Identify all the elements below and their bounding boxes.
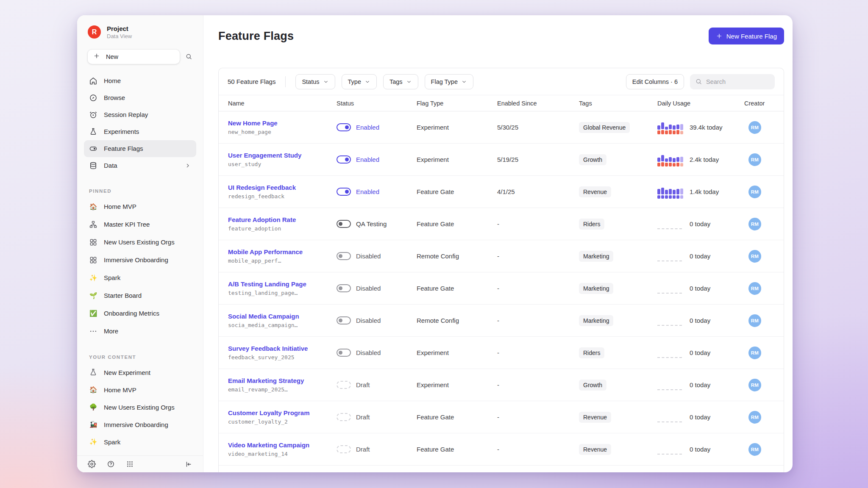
- column-header-name[interactable]: Name: [228, 100, 337, 107]
- flag-type: Feature Gate: [417, 285, 497, 292]
- table-row[interactable]: Customer Loyalty Program customer_loyalt…: [219, 401, 784, 433]
- sidebar-scroll-area: Home Browse Session Replay Experiments F…: [77, 64, 203, 455]
- column-header-enabled-since[interactable]: Enabled Since: [497, 100, 579, 107]
- sidebar-item-browse[interactable]: Browse: [84, 89, 196, 106]
- usage-sparkline-chart: [657, 153, 684, 166]
- sidebar-item-experiments[interactable]: Experiments: [84, 123, 196, 140]
- flag-key: feedback_survey_2025: [228, 354, 337, 360]
- status-cell: Draft: [337, 445, 417, 453]
- toggle-knob: [345, 125, 349, 129]
- status-toggle[interactable]: [337, 252, 351, 260]
- filter-flag-type-dropdown[interactable]: Flag Type: [425, 74, 473, 89]
- status-toggle[interactable]: [337, 413, 351, 421]
- table-row[interactable]: UI Redesign Feedback redesign_feedback E…: [219, 176, 784, 208]
- creator-avatar: RM: [748, 218, 761, 230]
- search-icon: [695, 78, 702, 85]
- column-header-tags[interactable]: Tags: [579, 100, 657, 107]
- column-header-flag-type[interactable]: Flag Type: [417, 100, 497, 107]
- tag-badge: Riders: [579, 219, 604, 230]
- status-toggle[interactable]: [337, 155, 351, 164]
- table-row[interactable]: Video Marketing Campaign video_marketing…: [219, 433, 784, 466]
- new-button[interactable]: New: [88, 50, 180, 64]
- sidebar-item-master-kpi-tree[interactable]: Master KPI Tree: [84, 216, 196, 233]
- status-toggle[interactable]: [337, 445, 351, 453]
- flag-name-link[interactable]: New Home Page: [228, 119, 337, 127]
- edit-columns-label: Edit Columns · 6: [632, 78, 678, 85]
- status-toggle[interactable]: [337, 123, 351, 131]
- enabled-since: -: [497, 220, 579, 227]
- sidebar-item-home[interactable]: Home: [84, 72, 196, 89]
- filter-type-dropdown[interactable]: Type: [342, 74, 377, 89]
- daily-usage-cell: 0 today: [657, 282, 744, 295]
- sidebar-item-home-mvp[interactable]: 🏠 Home MVP: [84, 381, 196, 399]
- gear-icon: [88, 460, 96, 468]
- flag-name-link[interactable]: Video Marketing Campaign: [228, 441, 337, 449]
- creator-avatar: RM: [748, 153, 761, 166]
- sidebar-item-immersive-onboarding[interactable]: 🚂 Immersive Onboarding: [84, 416, 196, 433]
- sidebar-item-data[interactable]: Data: [84, 157, 196, 174]
- flag-name-link[interactable]: Email Marketing Strategy: [228, 377, 337, 384]
- usage-sparkline-chart: [657, 250, 684, 263]
- status-toggle[interactable]: [337, 284, 351, 292]
- new-button-label: New: [106, 53, 118, 60]
- sidebar-item-session-replay[interactable]: Session Replay: [84, 106, 196, 123]
- plus-icon: [716, 33, 723, 39]
- column-header-creator[interactable]: Creator: [744, 100, 784, 107]
- table-toolbar: 50 Feature Flags StatusTypeTagsFlag Type…: [219, 68, 784, 95]
- project-switcher[interactable]: R Project Data View: [88, 25, 192, 39]
- sidebar-item-onboarding-metrics[interactable]: ✅ Onboarding Metrics: [84, 305, 196, 322]
- usage-label: 1.4k today: [690, 188, 719, 195]
- table-row[interactable]: Feature Adoption Rate feature_adoption Q…: [219, 208, 784, 240]
- flag-name-link[interactable]: UI Redesign Feedback: [228, 184, 337, 191]
- sidebar-item-new-users-existing-orgs[interactable]: 🌳 New Users Existing Orgs: [84, 399, 196, 416]
- table-row[interactable]: Survey Feedback Initiative feedback_surv…: [219, 337, 784, 369]
- sidebar-item-spark[interactable]: ✨ Spark: [84, 269, 196, 287]
- apps-button[interactable]: [126, 460, 134, 468]
- status-toggle[interactable]: [337, 220, 351, 228]
- sidebar-item-home-mvp[interactable]: 🏠 Home MVP: [84, 198, 196, 216]
- flag-name-link[interactable]: Feature Adoption Rate: [228, 216, 337, 223]
- status-toggle[interactable]: [337, 381, 351, 389]
- new-feature-flag-button[interactable]: New Feature Flag: [709, 28, 784, 44]
- table-row[interactable]: Email Marketing Strategy email_revamp_20…: [219, 369, 784, 401]
- table-row[interactable]: Social Media Campaign socia_media_campai…: [219, 305, 784, 337]
- table-search-input[interactable]: [706, 78, 770, 85]
- filter-tags-dropdown[interactable]: Tags: [383, 74, 418, 89]
- status-toggle[interactable]: [337, 188, 351, 196]
- table-row[interactable]: Mobile App Performance mobile_app_perf… …: [219, 240, 784, 272]
- help-icon: [107, 460, 115, 468]
- flag-name-link[interactable]: Customer Loyalty Program: [228, 409, 337, 416]
- status-toggle[interactable]: [337, 349, 351, 357]
- flag-key: feature_adoption: [228, 225, 337, 232]
- filter-status-dropdown[interactable]: Status: [295, 74, 335, 89]
- status-toggle[interactable]: [337, 316, 351, 324]
- table-row[interactable]: User Engagement Study user_study Enabled…: [219, 144, 784, 176]
- flag-name-link[interactable]: Survey Feedback Initiative: [228, 345, 337, 352]
- sidebar-item-starter-board[interactable]: 🌱 Starter Board: [84, 287, 196, 305]
- sidebar-item-new-users-existing-orgs[interactable]: New Users Existing Orgs: [84, 233, 196, 251]
- status-cell: Disabled: [337, 349, 417, 357]
- collapse-sidebar-button[interactable]: [185, 460, 192, 468]
- flag-name-link[interactable]: A/B Testing Landing Page: [228, 280, 337, 288]
- table-search[interactable]: [690, 74, 775, 89]
- sidebar-item-feature-flags[interactable]: Feature Flags: [84, 140, 196, 157]
- sidebar-item-new-experiment[interactable]: New Experiment: [84, 364, 196, 381]
- daily-usage-cell: 0 today: [657, 250, 744, 263]
- settings-button[interactable]: [88, 460, 96, 468]
- enabled-since: -: [497, 285, 579, 292]
- flag-name-link[interactable]: Social Media Campaign: [228, 313, 337, 320]
- sidebar-search-button[interactable]: [185, 53, 192, 60]
- flag-name-link[interactable]: Mobile App Performance: [228, 248, 337, 255]
- sidebar-item-more[interactable]: More: [84, 322, 196, 340]
- edit-columns-button[interactable]: Edit Columns · 6: [626, 74, 684, 89]
- help-button[interactable]: [107, 460, 115, 468]
- tag-badge: Marketing: [579, 251, 613, 262]
- sidebar-item-immersive-onboarding[interactable]: Immersive Onboarding: [84, 251, 196, 269]
- table-row[interactable]: A/B Testing Landing Page testing_landing…: [219, 272, 784, 305]
- flag-name-link[interactable]: User Engagement Study: [228, 152, 337, 159]
- tag-badge: Revenue: [579, 444, 611, 455]
- column-header-status[interactable]: Status: [337, 100, 417, 107]
- column-header-daily-usage[interactable]: Daily Usage: [657, 100, 744, 107]
- sidebar-item-spark[interactable]: ✨ Spark: [84, 433, 196, 451]
- table-row[interactable]: New Home Page new_home_page Enabled Expe…: [219, 111, 784, 144]
